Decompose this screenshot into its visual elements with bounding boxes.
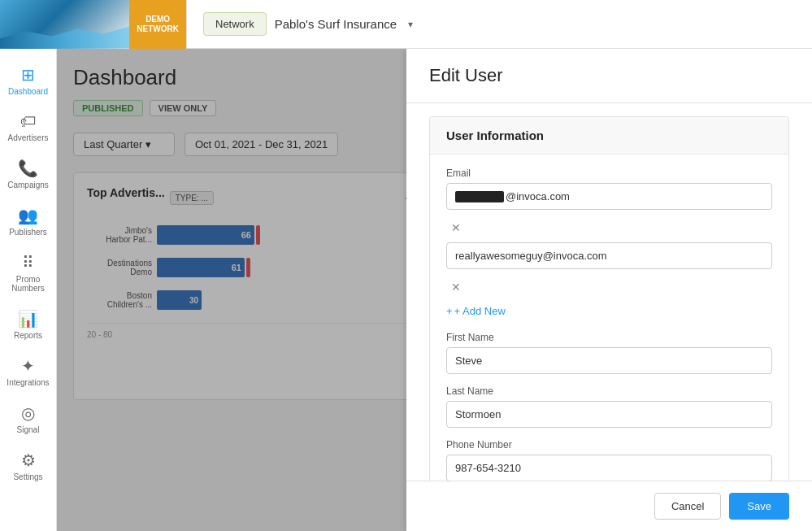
top-navigation: DEMO NETWORK Network Pablo's Surf Insura… xyxy=(0,0,812,49)
panel-body: User Information Email @invoca.com ✕ xyxy=(406,103,812,481)
sidebar-item-dashboard[interactable]: ⊞ Dashboard xyxy=(0,57,56,104)
demo-badge: DEMO NETWORK xyxy=(129,0,186,49)
email-label: Email xyxy=(446,168,772,179)
panel-title: Edit User xyxy=(429,65,789,86)
plus-icon: + xyxy=(446,305,453,317)
panel-header: Edit User xyxy=(406,49,812,103)
sidebar-item-signal[interactable]: ◎ Signal xyxy=(0,395,56,442)
sidebar-item-label: Signal xyxy=(17,425,40,434)
promo-numbers-icon: ⠿ xyxy=(22,253,34,272)
phone-number-field-group: Phone Number xyxy=(446,439,772,481)
campaigns-icon: 📞 xyxy=(18,159,38,178)
logo-area: DEMO NETWORK xyxy=(0,0,187,49)
panel-footer: Cancel Save xyxy=(406,481,812,531)
sidebar-item-publishers[interactable]: 👥 Publishers xyxy=(0,198,56,245)
sidebar-item-label: Settings xyxy=(13,472,42,481)
main-content: Dashboard PUBLISHED VIEW ONLY Last Quart… xyxy=(57,49,812,531)
company-name: Pablo's Surf Insurance xyxy=(275,17,397,31)
last-name-label: Last Name xyxy=(446,385,772,397)
add-new-email-button[interactable]: + + Add New xyxy=(446,302,506,320)
user-information-section: User Information Email @invoca.com ✕ xyxy=(429,116,789,481)
publishers-icon: 👥 xyxy=(18,206,38,225)
logo-image xyxy=(0,0,129,49)
remove-second-email-container: ✕ xyxy=(446,276,772,302)
email-field-group: Email @invoca.com ✕ xyxy=(446,168,772,320)
email-item-redacted: @invoca.com xyxy=(446,183,772,210)
additional-email-input[interactable] xyxy=(446,242,772,269)
sidebar-item-label: Promo Numbers xyxy=(4,275,52,293)
sidebar-item-label: Dashboard xyxy=(8,87,48,96)
email-redacted-block xyxy=(455,191,504,202)
nav-right: Network Pablo's Surf Insurance ▾ xyxy=(187,12,812,36)
settings-icon: ⚙ xyxy=(21,450,36,470)
remove-second-email-button[interactable]: ✕ xyxy=(449,279,462,295)
sidebar-item-settings[interactable]: ⚙ Settings xyxy=(0,442,56,490)
integrations-icon: ✦ xyxy=(21,356,35,376)
email-item-second xyxy=(446,242,772,269)
sidebar-item-promo-numbers[interactable]: ⠿ Promo Numbers xyxy=(0,245,56,301)
sidebar-item-campaigns[interactable]: 📞 Campaigns xyxy=(0,150,56,198)
reports-icon: 📊 xyxy=(18,309,38,329)
email-display-field: @invoca.com xyxy=(446,183,772,210)
advertisers-icon: 🏷 xyxy=(20,112,37,131)
remove-email-button[interactable]: ✕ xyxy=(449,220,462,236)
sidebar-item-label: Campaigns xyxy=(7,181,49,189)
sidebar-item-integrations[interactable]: ✦ Integrations xyxy=(0,348,56,395)
edit-user-panel: Edit User User Information Email @invoca… xyxy=(406,49,812,531)
cancel-button[interactable]: Cancel xyxy=(654,493,721,520)
last-name-field-group: Last Name xyxy=(446,385,772,428)
sidebar-item-label: Integrations xyxy=(7,378,49,387)
email-suffix: @invoca.com xyxy=(506,190,570,202)
first-name-input[interactable] xyxy=(446,347,772,374)
last-name-input[interactable] xyxy=(446,401,772,428)
phone-input[interactable] xyxy=(446,455,772,481)
first-name-label: First Name xyxy=(446,332,772,343)
sidebar-item-label: Advertisers xyxy=(7,133,48,142)
phone-label: Phone Number xyxy=(446,439,772,450)
save-button[interactable]: Save xyxy=(729,493,789,520)
sidebar-item-reports[interactable]: 📊 Reports xyxy=(0,301,56,348)
chevron-down-icon: ▾ xyxy=(408,19,413,30)
sidebar: ⊞ Dashboard 🏷 Advertisers 📞 Campaigns 👥 … xyxy=(0,49,57,531)
sidebar-item-advertisers[interactable]: 🏷 Advertisers xyxy=(0,104,56,150)
section-title: User Information xyxy=(430,117,788,155)
sidebar-item-label: Reports xyxy=(14,331,42,340)
first-name-field-group: First Name xyxy=(446,332,772,374)
dashboard-icon: ⊞ xyxy=(21,65,35,85)
network-button[interactable]: Network xyxy=(203,12,267,36)
sidebar-item-label: Publishers xyxy=(9,228,47,237)
remove-first-email-container: ✕ xyxy=(446,216,772,242)
signal-icon: ◎ xyxy=(21,403,35,423)
